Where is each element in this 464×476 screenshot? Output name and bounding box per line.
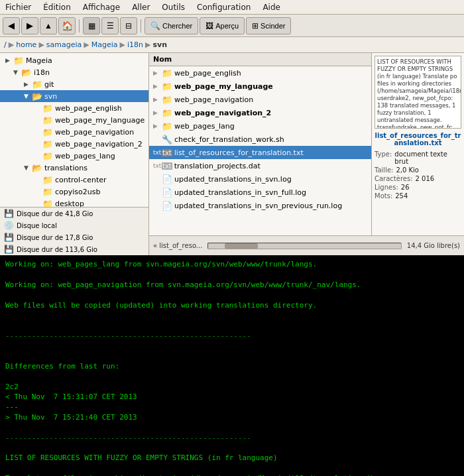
status-scrollbar[interactable] [207,243,401,249]
tree-label: web_pages_lang [55,152,115,160]
path-samageia[interactable]: samageia [46,40,82,49]
file-name: updated_translations_in_svn_previous_run… [174,202,342,210]
preview-chars-value: 2 016 [416,175,435,182]
file-name: list_of_resources_for_translation.txt [174,149,304,157]
breadcrumb-sep-2: ▶ [38,40,44,49]
file-list-scroll[interactable]: ▶ 📁 web_page_english ▶ 📁 web_page_my_lan… [149,66,371,235]
disk-icon: 💾 [4,245,14,254]
tree-item-web-page-navigation[interactable]: 📁 web_page_navigation [0,126,148,138]
file-icon: 📄 [162,188,172,198]
path-root[interactable]: / [4,40,7,49]
file-row-web-page-my-language[interactable]: ▶ 📁 web_page_my_language [149,80,371,93]
preview-size-label: Taille: [375,166,393,174]
disk-item-3[interactable]: 💾 Disque dur de 17,8 Gio [0,231,148,243]
terminal-line-5: Web files will be copied (updated) into … [5,300,459,310]
disk-item-1[interactable]: 💾 Disque dur de 41,8 Gio [0,208,148,219]
preview-label: Aperçu [215,22,239,30]
preview-button[interactable]: 🖼 Aperçu [200,17,245,34]
file-row-svn-full-log[interactable]: 📄 updated_translations_in_svn_full.log [149,186,371,199]
file-row-web-pages-lang[interactable]: ▶ 📁 web_pages_lang [149,119,371,133]
menu-configuration[interactable]: Configuration [194,1,253,13]
search-button[interactable]: 🔍 Chercher [145,17,198,34]
tree-item-control-center[interactable]: 📁 control-center [0,174,148,186]
view-icons-button[interactable]: ▦ [83,17,100,34]
file-row-svn-prev-log[interactable]: 📄 updated_translations_in_svn_previous_r… [149,199,371,212]
file-name: translation_projects.dat [174,162,261,170]
file-icon: 🔧 [162,135,172,145]
tree-item-i18n[interactable]: ▼ 📂 i18n [0,66,148,78]
tree-item-svn[interactable]: ▼ 📂 svn [0,90,148,102]
status-path: « list_of_reso... [153,242,202,249]
tree-arrow-i18n: ▼ [13,69,21,76]
folder-icon: 📁 [42,187,53,197]
addressbar: / ▶ home ▶ samageia ▶ Mageia ▶ i18n ▶ sv… [0,37,464,53]
preview-text-content: LIST OF RESOURCES WITH FUZZY OR EMPTY ST… [375,56,461,129]
menu-affichage[interactable]: Affichage [80,1,123,13]
tree-item-web-page-my-language[interactable]: 📁 web_page_my_language [0,114,148,126]
breadcrumb-sep-1: ▶ [9,40,14,49]
view-detail-button[interactable]: ⊟ [120,17,137,34]
menu-edition[interactable]: Édition [40,1,74,13]
home-button[interactable]: 🏠 [58,17,76,34]
preview-meta: Type: document texte brut Taille: 2,0 Ki… [375,150,461,201]
preview-words-value: 254 [395,192,408,200]
file-icon: txt [162,149,172,156]
tree-item-git[interactable]: ▶ 📁 git [0,78,148,90]
expand-arrow: ▶ [153,96,160,103]
folder-icon: 📁 [13,56,24,66]
menubar: Fichier Édition Affichage Aller Outils C… [0,0,464,15]
disk-label-2: Disque local [17,222,57,229]
file-icon: txt [162,162,172,170]
preview-type-row: Type: document texte brut [375,150,461,165]
file-row-check-sh[interactable]: 🔧 check_for_translation_work.sh [149,133,371,146]
tree-item-copyiso2usb[interactable]: 📁 copyiso2usb [0,186,148,198]
menu-fichier[interactable]: Fichier [3,1,34,13]
expand-arrow: ▶ [153,83,160,89]
view-list-button[interactable]: ☰ [101,17,119,34]
disk-label-1: Disque dur de 41,8 Gio [17,210,93,217]
terminal-line-10 [5,371,459,381]
tree-arrow-mageia: ▶ [5,57,13,64]
folder-icon: 📁 [162,108,172,118]
split-icon: ⊞ [252,21,259,30]
disk-item-4[interactable]: 💾 Disque dur de 113,6 Gio [0,243,148,255]
file-row-web-page-navigation-2[interactable]: ▶ 📁 web_page_navigation_2 [149,106,371,119]
file-row-web-page-navigation[interactable]: ▶ 📁 web_page_navigation [149,93,371,106]
up-button[interactable]: ▲ [40,17,57,34]
tree-label-i18n: i18n [34,68,50,77]
file-row-svn-log[interactable]: 📄 updated_translations_in_svn.log [149,172,371,186]
tree-item-web-page-english[interactable]: 📁 web_page_english [0,102,148,114]
file-name: web_pages_lang [174,122,235,131]
terminal-line-9 [5,351,459,361]
tree-area[interactable]: ▶ 📁 Mageia ▼ 📂 i18n ▶ 📁 git [0,53,148,207]
tree-item-desktop[interactable]: 📁 desktop [0,198,148,207]
terminal[interactable]: Working on: web_pages_lang from svn.mage… [0,255,464,476]
breadcrumb-sep-3: ▶ [84,40,89,49]
back-button[interactable]: ◀ [3,17,20,34]
panels-row: ▶ 📁 Mageia ▼ 📂 i18n ▶ 📁 git [0,53,464,255]
file-icon: 📄 [162,174,172,184]
tree-item-mageia[interactable]: ▶ 📁 Mageia [0,54,148,66]
file-row-list-txt[interactable]: txt txt list_of_resources_for_translatio… [149,146,371,159]
file-icon: 📄 [162,201,172,211]
terminal-line-13 [5,463,459,473]
terminal-line-11 [5,422,459,432]
menu-aide[interactable]: Aide [260,1,283,13]
path-home[interactable]: home [16,40,36,49]
tree-item-web-pages-lang[interactable]: 📁 web_pages_lang [0,150,148,162]
tree-item-web-page-navigation-2[interactable]: 📁 web_page_navigation_2 [0,138,148,150]
file-row-translation-dat[interactable]: txt txt translation_projects.dat [149,159,371,172]
tree-label: web_page_navigation [55,128,134,137]
disk-item-2[interactable]: 💿 Disque local [0,219,148,231]
tree-label: desktop [55,200,84,208]
preview-lines-label: Lignes: [375,184,398,191]
file-row-web-page-english[interactable]: ▶ 📁 web_page_english [149,66,371,80]
path-mageia[interactable]: Mageia [91,40,118,49]
split-button[interactable]: ⊞ Scinder [246,17,291,34]
forward-button[interactable]: ▶ [21,17,38,34]
menu-outils[interactable]: Outils [159,1,188,13]
path-i18n[interactable]: i18n [127,40,143,49]
tree-item-translations[interactable]: ▼ 📂 translations [0,162,148,174]
main-content: ▶ 📁 Mageia ▼ 📂 i18n ▶ 📁 git [0,53,464,476]
menu-aller[interactable]: Aller [129,1,152,13]
